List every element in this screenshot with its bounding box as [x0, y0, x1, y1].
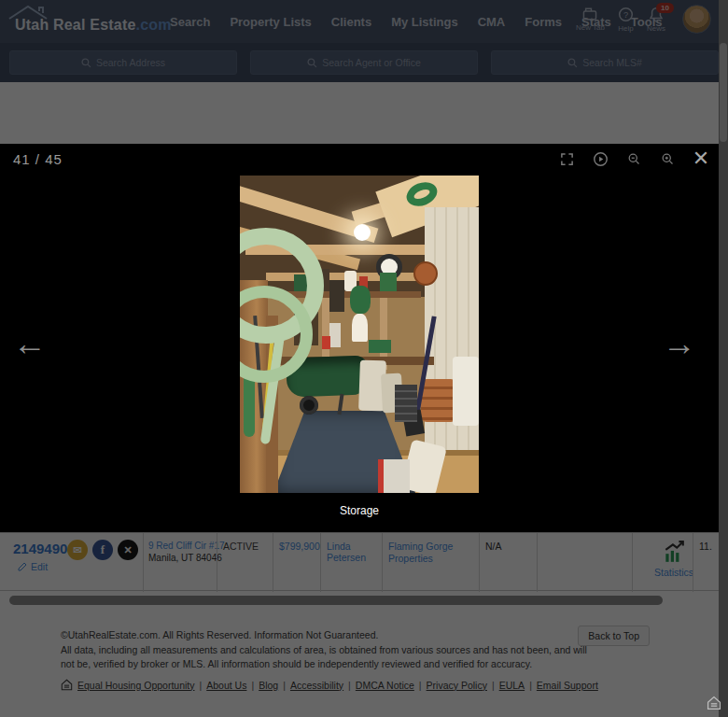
zoom-in-button[interactable]	[657, 147, 678, 171]
photo-shape-copper-pan	[421, 379, 456, 422]
photo-shape-copper-pot	[413, 261, 438, 286]
equal-housing-corner-button[interactable]	[707, 696, 721, 714]
slideshow-play-button[interactable]	[590, 147, 610, 171]
photo-lightbox: 41 / 45 ✕ ← →	[0, 144, 719, 532]
zoom-out-button[interactable]	[623, 147, 644, 171]
photo-shape-wheel	[300, 396, 318, 415]
zoom-in-icon	[661, 152, 675, 166]
photo-shape-jug	[352, 314, 368, 342]
page: Utah Real Estate.com Search Property Lis…	[0, 0, 728, 717]
previous-photo-arrow[interactable]: ←	[13, 327, 47, 360]
photo-shape-curtain	[453, 357, 479, 426]
photo-shape-toolbox	[369, 340, 391, 353]
photo-shape-sprayer	[329, 323, 341, 347]
listing-photo-storage-shed[interactable]	[240, 176, 479, 493]
play-icon	[593, 151, 609, 167]
equal-housing-icon	[707, 696, 721, 710]
close-lightbox-button[interactable]: ✕	[691, 147, 711, 171]
photo-counter: 41 / 45	[13, 151, 63, 167]
photo-shape-shelf-item	[322, 336, 330, 349]
photo-shape-shelf-item	[380, 273, 397, 291]
photo-shape-crate	[395, 385, 417, 422]
photo-shape-hanging-tool	[329, 280, 344, 312]
fullscreen-button[interactable]	[556, 147, 577, 171]
photo-caption: Storage	[0, 504, 719, 517]
zoom-out-icon	[627, 152, 641, 166]
photo-shape-box	[378, 459, 410, 493]
lightbox-controls: ✕	[556, 147, 711, 171]
photo-shape-gloves	[350, 286, 371, 314]
fullscreen-icon	[560, 152, 574, 166]
photo-shape-light-bulb	[354, 224, 371, 241]
next-photo-arrow[interactable]: →	[663, 327, 696, 360]
